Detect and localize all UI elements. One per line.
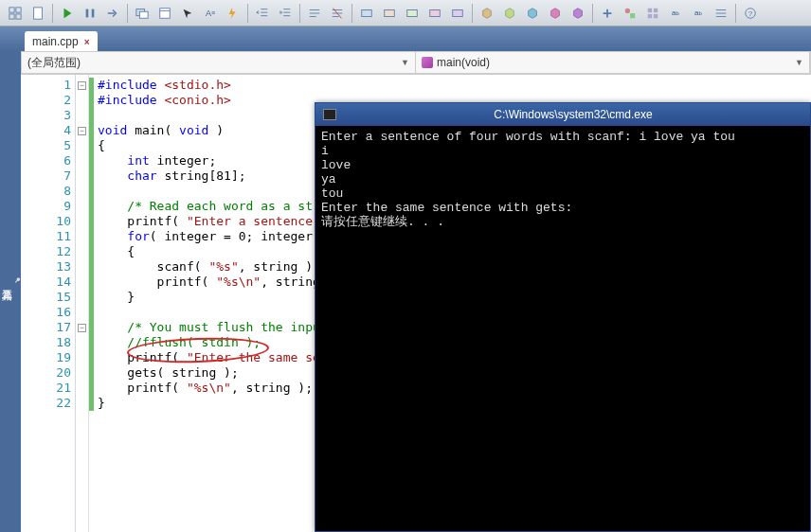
svg-rect-20 <box>654 8 658 11</box>
tb-plus-icon[interactable] <box>597 3 618 24</box>
svg-rect-0 <box>9 7 14 11</box>
svg-rect-16 <box>453 9 463 16</box>
tb-r5-icon[interactable] <box>447 3 468 24</box>
tb-pause-icon[interactable] <box>80 3 100 24</box>
chevron-down-icon: ▼ <box>795 58 803 67</box>
scope-bar: (全局范围) ▼ main(void) ▼ <box>21 51 811 74</box>
file-tab-label: main.cpp <box>32 35 79 48</box>
tb-bolt-icon[interactable] <box>223 3 243 24</box>
tb-a1-icon[interactable]: ab <box>665 3 686 24</box>
tb-shapes-icon[interactable] <box>620 3 640 24</box>
scope-dropdown-right[interactable]: main(void) ▼ <box>416 52 810 73</box>
method-icon <box>422 57 433 68</box>
svg-rect-18 <box>630 13 635 18</box>
tb-separator <box>351 4 352 23</box>
svg-rect-3 <box>16 13 21 18</box>
console-title-text: C:\Windows\system32\cmd.exe <box>344 108 802 121</box>
tb-grid-icon[interactable] <box>5 3 26 24</box>
tb-window2-icon[interactable] <box>154 3 175 24</box>
tb-separator <box>52 4 53 23</box>
svg-rect-2 <box>9 13 14 18</box>
svg-rect-22 <box>654 13 658 17</box>
tb-separator <box>472 4 473 23</box>
tb-help-icon[interactable]: ? <box>740 3 761 24</box>
svg-rect-19 <box>648 8 652 11</box>
toolbox-sidebar[interactable]: 工具箱 <box>0 27 21 532</box>
cmd-icon <box>323 109 336 120</box>
tb-r3-icon[interactable] <box>402 3 423 24</box>
tb-arrow-icon[interactable] <box>177 3 198 24</box>
svg-rect-1 <box>16 7 21 11</box>
tb-uncomment-icon[interactable] <box>327 3 348 24</box>
tb-c2-icon[interactable] <box>499 3 520 24</box>
svg-rect-13 <box>385 9 395 16</box>
svg-point-17 <box>625 8 630 12</box>
tb-r4-icon[interactable] <box>424 3 445 24</box>
scope-right-label: main(void) <box>437 56 490 69</box>
tb-r1-icon[interactable] <box>356 3 377 24</box>
tb-step-icon[interactable] <box>102 3 123 24</box>
fold-gutter: −−− <box>76 75 89 532</box>
tb-separator <box>735 4 736 23</box>
tb-a2-icon[interactable]: ab <box>688 3 709 24</box>
svg-rect-15 <box>430 9 441 16</box>
tb-indent-icon[interactable] <box>275 3 296 24</box>
tb-r2-icon[interactable] <box>379 3 400 24</box>
svg-rect-4 <box>34 7 43 18</box>
svg-rect-14 <box>407 9 418 16</box>
tb-outdent-icon[interactable] <box>252 3 273 24</box>
close-icon[interactable]: × <box>84 37 90 47</box>
tb-separator <box>247 4 248 23</box>
scope-left-label: (全局范围) <box>27 55 81 71</box>
tb-c1-icon[interactable] <box>477 3 497 24</box>
tb-abc-icon[interactable]: A≡ <box>200 3 221 24</box>
scope-dropdown-left[interactable]: (全局范围) ▼ <box>22 52 416 73</box>
tb-separator <box>127 4 128 23</box>
tb-play-icon[interactable] <box>57 3 78 24</box>
document-tab-row: main.cpp × <box>0 27 811 51</box>
svg-rect-12 <box>362 9 372 16</box>
tb-window1-icon[interactable] <box>132 3 153 24</box>
tb-bars-icon[interactable] <box>711 3 731 24</box>
console-output: Enter a sentence of four words with scan… <box>315 126 810 233</box>
svg-rect-5 <box>86 9 89 17</box>
wrench-icon <box>14 274 21 287</box>
tb-doc-icon[interactable] <box>27 3 48 24</box>
svg-rect-8 <box>139 11 148 18</box>
svg-rect-6 <box>92 9 95 17</box>
tb-separator <box>592 4 593 23</box>
tb-separator <box>299 4 300 23</box>
svg-rect-21 <box>648 13 652 17</box>
tb-comment-icon[interactable] <box>304 3 325 24</box>
file-tab-main[interactable]: main.cpp × <box>25 31 98 51</box>
tb-c4-icon[interactable] <box>545 3 566 24</box>
tb-grid2-icon[interactable] <box>642 3 663 24</box>
chevron-down-icon: ▼ <box>401 58 409 67</box>
main-toolbar: A≡ ab ab ? <box>0 0 811 27</box>
tb-c3-icon[interactable] <box>522 3 543 24</box>
console-window[interactable]: C:\Windows\system32\cmd.exe Enter a sent… <box>315 102 811 532</box>
console-titlebar[interactable]: C:\Windows\system32\cmd.exe <box>315 103 810 126</box>
svg-rect-9 <box>160 8 171 18</box>
svg-text:?: ? <box>748 9 753 17</box>
line-number-gutter: 12345678910111213141516171819202122 <box>21 75 76 532</box>
tb-c5-icon[interactable] <box>568 3 588 24</box>
